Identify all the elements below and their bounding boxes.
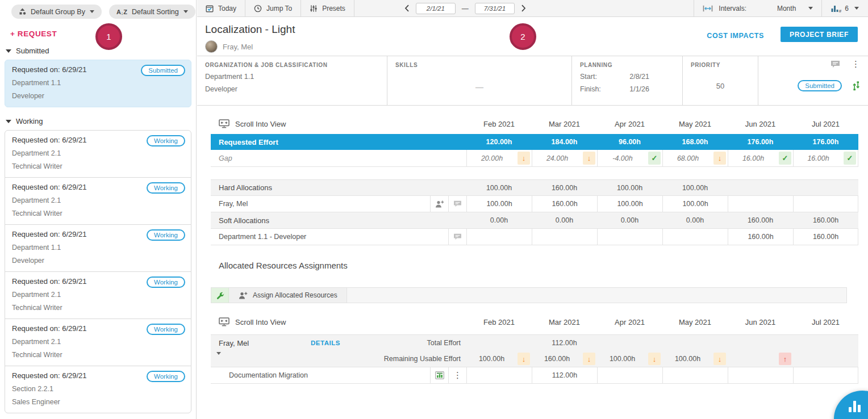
add-person-icon[interactable]: [430, 196, 448, 212]
finish-label: Finish:: [580, 85, 601, 93]
soft-total-cell: 0.00h: [532, 212, 597, 228]
intervals-dropdown[interactable]: Intervals: Month: [694, 0, 821, 16]
allocation-cell[interactable]: [728, 196, 793, 212]
total-effort-cell: [793, 335, 858, 351]
request-org: Department 1.1: [12, 244, 184, 252]
working-section-label: Working: [16, 117, 43, 125]
task-effort-cell[interactable]: [793, 367, 858, 383]
comment-icon[interactable]: [831, 60, 840, 68]
allocation-cell[interactable]: [532, 229, 597, 245]
request-role: Technical Writer: [12, 304, 184, 312]
month-header: Mar 2021: [532, 312, 597, 332]
sorting-label: Default Sorting: [132, 8, 179, 16]
chevron-left-icon[interactable]: [404, 5, 410, 12]
submitted-section-header[interactable]: Submitted: [6, 47, 196, 55]
kebab-menu-icon[interactable]: ⋮: [448, 367, 466, 383]
remaining-effort-cell: [793, 351, 858, 367]
start-date-value: 2/8/21: [629, 73, 674, 81]
resource-label-cell: Fray, Mel: [211, 196, 466, 212]
allocation-cell[interactable]: [597, 229, 662, 245]
chevron-down-icon: [854, 7, 859, 10]
annotation-step-2: 2: [510, 23, 536, 50]
request-card[interactable]: Requested on: 6/29/21 Working Department…: [5, 271, 191, 319]
task-effort-cell[interactable]: [597, 367, 662, 383]
comment-icon[interactable]: [448, 229, 466, 245]
task-effort-cell[interactable]: 112.00h: [532, 367, 597, 383]
avatar[interactable]: [205, 40, 218, 53]
allocation-cell[interactable]: [662, 229, 728, 245]
hard-total-cell: 100.00h: [662, 180, 728, 195]
resource-name: Fray, Mel: [211, 339, 311, 347]
requested-effort-cell: 168.00h: [662, 134, 728, 150]
sliders-icon: [310, 5, 318, 12]
request-role: Developer: [12, 257, 184, 265]
expand-collapse-icon[interactable]: [211, 355, 221, 363]
gap-indicator-icon: ✓: [844, 152, 856, 165]
status-badge[interactable]: Submitted: [798, 80, 842, 91]
allocation-cell[interactable]: 160.00h: [532, 196, 597, 212]
today-button[interactable]: Today: [197, 0, 245, 16]
finish-date-value: 1/1/26: [629, 85, 674, 93]
effort-indicator-icon: [844, 353, 857, 365]
start-label: Start:: [580, 73, 597, 81]
task-effort-cell[interactable]: [728, 367, 793, 383]
request-card[interactable]: Requested on: 6/29/21 Working Department…: [5, 131, 191, 177]
timeline-toolbar: Today Jump To Presets 2/1/21 —: [197, 0, 868, 17]
hard-total-cell: [793, 180, 858, 195]
scroll-into-view-button[interactable]: Scroll Into View: [211, 114, 466, 134]
request-card[interactable]: Requested on: 6/29/21 Working Department…: [5, 177, 191, 224]
allocation-cell[interactable]: 160.00h: [793, 229, 858, 245]
presets-button[interactable]: Presets: [301, 0, 354, 16]
allocation-cell[interactable]: [466, 229, 532, 245]
tools-wrench-icon[interactable]: [211, 288, 229, 303]
interval-count-dropdown[interactable]: # 6: [821, 0, 868, 16]
request-org: Department 1.1: [12, 79, 184, 87]
gap-row: Gap 20.00h↓ 24.00h↓ -4.00h✓ 68.00h↓ 16.0…: [211, 150, 858, 167]
cost-impacts-link[interactable]: COST IMPACTS: [707, 32, 764, 40]
effort-grid: Scroll Into View Feb 2021 Mar 2021 Apr 2…: [211, 114, 858, 245]
details-link[interactable]: DETAILS: [311, 340, 340, 346]
swap-resources-icon[interactable]: [852, 81, 861, 91]
hard-total-cell: [728, 180, 793, 195]
scroll-into-view-button[interactable]: Scroll Into View: [211, 312, 466, 332]
request-card[interactable]: Requested on: 6/29/21 Working Section 2.…: [5, 366, 191, 413]
grid-months-header: Scroll Into View Feb 2021 Mar 2021 Apr 2…: [211, 114, 858, 134]
effort-indicator-icon: ↑: [779, 353, 791, 365]
month-header: Feb 2021: [466, 114, 532, 134]
allocation-cell[interactable]: [793, 196, 858, 212]
utilization-chart-fab[interactable]: [834, 391, 868, 419]
gap-cell: 68.00h↓: [662, 150, 728, 166]
task-chart-icon[interactable]: [430, 367, 448, 383]
group-by-dropdown[interactable]: Default Group By: [11, 5, 102, 19]
assign-allocated-resources-button[interactable]: Assign Allocated Resources: [229, 288, 347, 303]
scroll-into-view-label: Scroll Into View: [235, 318, 286, 326]
total-effort-cell: [466, 335, 532, 351]
request-card[interactable]: Requested on: 6/29/21 Working Department…: [5, 319, 191, 366]
request-card[interactable]: Requested on: 6/29/21 Working Department…: [5, 224, 191, 271]
end-date-input[interactable]: 7/31/21: [475, 3, 515, 14]
chevron-down-icon: [808, 7, 813, 10]
month-header: Jul 2021: [793, 114, 858, 134]
soft-total-cell: 0.00h: [597, 212, 662, 228]
sorting-dropdown[interactable]: A↓Z Default Sorting: [109, 5, 195, 19]
working-section-header[interactable]: Working: [6, 117, 196, 125]
task-effort-cell[interactable]: [466, 367, 532, 383]
jump-to-button[interactable]: Jump To: [245, 0, 301, 16]
kebab-menu-icon[interactable]: ⋮: [852, 60, 860, 68]
task-effort-cell[interactable]: [662, 367, 728, 383]
allocation-cell[interactable]: 100.00h: [597, 196, 662, 212]
hard-total-cell: 100.00h: [466, 180, 532, 195]
sidebar-toolbar: Default Group By A↓Z Default Sorting: [0, 0, 196, 19]
allocation-cell[interactable]: 100.00h: [466, 196, 532, 212]
chevron-right-icon[interactable]: [521, 5, 526, 12]
comment-icon[interactable]: [448, 196, 466, 212]
project-brief-button[interactable]: PROJECT BRIEF: [781, 27, 858, 42]
allocation-cell[interactable]: 160.00h: [728, 229, 793, 245]
allocation-cell[interactable]: 100.00h: [662, 196, 728, 212]
request-card-submitted[interactable]: Requested on: 6/29/21 Submitted Departme…: [5, 60, 191, 107]
skills-section: SKILLS —: [387, 56, 571, 105]
start-date-input[interactable]: 2/1/21: [416, 3, 456, 14]
month-header: Apr 2021: [597, 312, 662, 332]
gap-label: Gap: [211, 150, 466, 166]
requested-effort-cell: 184.00h: [532, 134, 597, 150]
